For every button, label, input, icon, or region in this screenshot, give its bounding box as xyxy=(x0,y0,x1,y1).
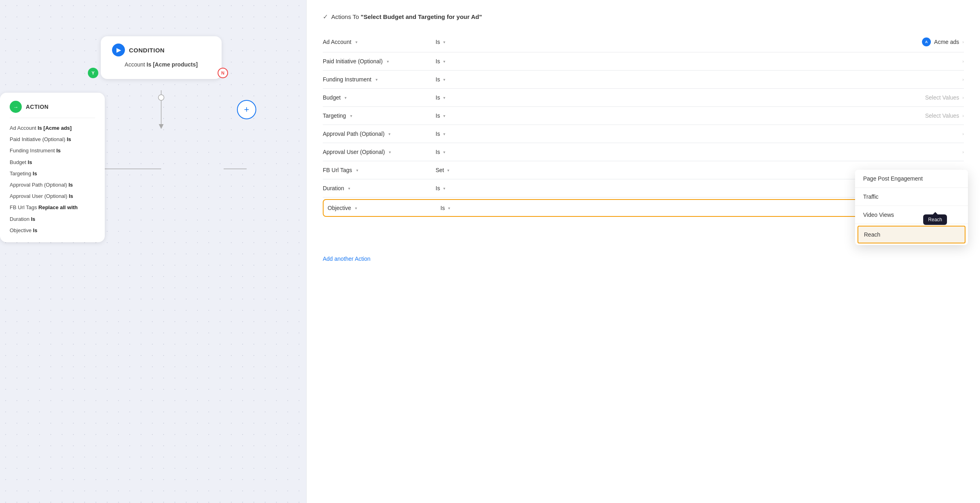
action-node: → ACTION Ad Account Is [Acme ads] Paid I… xyxy=(0,93,105,242)
condition-body: Account Is [Acme products] xyxy=(112,61,210,68)
panel-title: Actions To "Select Budget and Targeting … xyxy=(331,13,482,20)
value-approval-path[interactable]: › xyxy=(500,131,964,136)
list-item: Funding Instrument Is xyxy=(10,147,95,154)
chevron-right-icon: › xyxy=(962,59,964,64)
operator-fb-url-tags[interactable]: Set ▾ xyxy=(436,167,500,173)
check-icon: ✓ xyxy=(323,13,328,21)
operator-funding-instrument[interactable]: Is ▾ xyxy=(436,76,500,83)
chevron-right-icon: › xyxy=(962,131,964,136)
chevron-down-icon: ▾ xyxy=(443,40,445,44)
operator-duration[interactable]: Is ▾ xyxy=(436,185,500,191)
reach-tooltip: Reach xyxy=(923,214,947,225)
operator-ad-account[interactable]: Is ▾ xyxy=(436,39,500,45)
action-row-funding-instrument: Funding Instrument ▾ Is ▾ › xyxy=(323,71,964,89)
operator-paid-initiative[interactable]: Is ▾ xyxy=(436,58,500,64)
operator-targeting[interactable]: Is ▾ xyxy=(436,112,500,119)
chevron-right-icon: › xyxy=(962,95,964,100)
badge-no: N xyxy=(218,68,228,78)
action-row-ad-account: Ad Account ▾ Is ▾ A Acme ads › xyxy=(323,32,964,52)
chevron-down-icon: ▾ xyxy=(443,132,445,136)
dropdown-item-traffic[interactable]: Traffic xyxy=(855,188,968,206)
condition-title: CONDITION xyxy=(129,47,165,54)
action-row-paid-initiative: Paid Initiative (Optional) ▾ Is ▾ › xyxy=(323,52,964,71)
chevron-down-icon: ▾ xyxy=(376,77,378,82)
action-icon: → xyxy=(10,101,22,113)
list-item: Ad Account Is [Acme ads] xyxy=(10,125,95,132)
operator-budget[interactable]: Is ▾ xyxy=(436,94,500,101)
chevron-right-icon: › xyxy=(962,150,964,154)
list-item: FB Url Tags Replace all with xyxy=(10,204,95,211)
value-approval-user[interactable]: › Page Post Engagement Traffic Video Vie… xyxy=(500,150,964,154)
value-budget[interactable]: Select Values › xyxy=(500,94,964,101)
chevron-down-icon: ▾ xyxy=(389,150,391,154)
chevron-down-icon: ▾ xyxy=(443,186,445,191)
action-title: ACTION xyxy=(26,104,49,110)
chevron-down-icon: ▾ xyxy=(348,186,350,191)
chevron-down-icon: ▾ xyxy=(443,59,445,64)
svg-point-1 xyxy=(158,95,164,100)
chevron-down-icon: ▾ xyxy=(448,206,450,210)
value-paid-initiative[interactable]: › xyxy=(500,59,964,64)
chevron-down-icon: ▾ xyxy=(443,77,445,82)
chevron-down-icon: ▾ xyxy=(355,40,357,44)
list-item: Approval User (Optional) Is xyxy=(10,193,95,200)
field-name-funding-instrument[interactable]: Funding Instrument ▾ xyxy=(323,76,436,83)
chevron-down-icon: ▾ xyxy=(355,206,357,210)
chevron-down-icon: ▾ xyxy=(388,132,390,136)
chevron-right-icon: › xyxy=(962,77,964,82)
value-funding-instrument[interactable]: › xyxy=(500,77,964,82)
action-row-approval-user: Approval User (Optional) ▾ Is ▾ › Page P… xyxy=(323,143,964,161)
field-name-targeting[interactable]: Targeting ▾ xyxy=(323,112,436,119)
action-items-list: Ad Account Is [Acme ads] Paid Initiative… xyxy=(10,125,95,234)
chevron-down-icon: ▾ xyxy=(345,96,347,100)
workflow-canvas: ▶ CONDITION Account Is [Acme products] Y… xyxy=(0,0,306,503)
field-name-fb-url-tags[interactable]: FB Url Tags ▾ xyxy=(323,167,436,173)
operator-approval-user[interactable]: Is ▾ xyxy=(436,149,500,155)
field-name-paid-initiative[interactable]: Paid Initiative (Optional) ▾ xyxy=(323,58,436,64)
chevron-down-icon: ▾ xyxy=(443,114,445,118)
chevron-right-icon: › xyxy=(962,39,964,44)
condition-node: ▶ CONDITION Account Is [Acme products] xyxy=(101,36,222,79)
badge-yes: Y xyxy=(88,68,98,78)
chevron-down-icon: ▾ xyxy=(387,59,389,64)
value-ad-account[interactable]: A Acme ads › xyxy=(500,37,964,46)
objective-dropdown[interactable]: Page Post Engagement Traffic Video Views… xyxy=(855,170,968,245)
chevron-right-icon: › xyxy=(962,113,964,118)
field-name-approval-user[interactable]: Approval User (Optional) ▾ xyxy=(323,149,436,155)
dropdown-item-reach[interactable]: Reach xyxy=(858,226,965,243)
dropdown-item-page-post[interactable]: Page Post Engagement xyxy=(855,170,968,188)
avatar: A xyxy=(922,37,931,46)
chevron-down-icon: ▾ xyxy=(356,168,358,173)
field-name-ad-account[interactable]: Ad Account ▾ xyxy=(323,39,436,45)
list-item: Paid Initiative (Optional) Is xyxy=(10,136,95,143)
dropdown-item-video-views[interactable]: Video Views xyxy=(855,206,968,224)
add-branch-button[interactable]: + xyxy=(237,100,256,119)
chevron-down-icon: ▾ xyxy=(443,150,445,154)
action-row-budget: Budget ▾ Is ▾ Select Values › xyxy=(323,89,964,107)
chevron-down-icon: ▾ xyxy=(447,168,449,173)
list-item: Approval Path (Optional) Is xyxy=(10,181,95,189)
operator-objective[interactable]: Is ▾ xyxy=(440,205,505,211)
add-action-link[interactable]: Add another Action xyxy=(323,256,370,262)
operator-approval-path[interactable]: Is ▾ xyxy=(436,131,500,137)
right-panel: ✓ Actions To "Select Budget and Targetin… xyxy=(306,0,980,503)
field-name-approval-path[interactable]: Approval Path (Optional) ▾ xyxy=(323,131,436,137)
list-item: Budget Is xyxy=(10,159,95,166)
list-item: Objective Is xyxy=(10,227,95,234)
field-name-objective[interactable]: Objective ▾ xyxy=(328,205,440,211)
panel-header: ✓ Actions To "Select Budget and Targetin… xyxy=(323,13,964,21)
action-row-targeting: Targeting ▾ Is ▾ Select Values › xyxy=(323,107,964,125)
chevron-down-icon: ▾ xyxy=(443,96,445,100)
field-name-duration[interactable]: Duration ▾ xyxy=(323,185,436,191)
list-item: Targeting Is xyxy=(10,170,95,177)
list-item: Duration Is xyxy=(10,216,95,223)
chevron-down-icon: ▾ xyxy=(350,114,352,118)
condition-icon: ▶ xyxy=(112,44,125,56)
value-targeting[interactable]: Select Values › xyxy=(500,112,964,119)
action-row-approval-path: Approval Path (Optional) ▾ Is ▾ › xyxy=(323,125,964,143)
field-name-budget[interactable]: Budget ▾ xyxy=(323,94,436,101)
